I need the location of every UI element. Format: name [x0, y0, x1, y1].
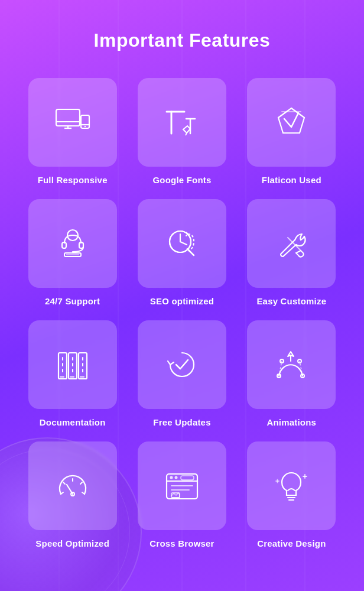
svg-rect-5 — [56, 109, 80, 126]
feature-support: 24/7 Support — [24, 199, 121, 306]
animations-icon-box — [247, 320, 336, 409]
flaticon-icon — [270, 101, 313, 144]
support-icon — [51, 222, 94, 265]
page-title: Important Features — [24, 30, 340, 51]
google-fonts-icon-box — [138, 78, 226, 167]
feature-seo: SEO optimized — [133, 199, 230, 306]
support-label: 24/7 Support — [45, 296, 100, 306]
design-icon-box — [247, 441, 336, 530]
seo-label: SEO optimized — [150, 296, 214, 306]
speed-icon — [51, 465, 94, 507]
svg-line-56 — [80, 482, 82, 484]
speed-label: Speed Optimized — [35, 538, 109, 548]
svg-rect-43 — [60, 376, 64, 378]
full-responsive-icon-box — [28, 78, 117, 167]
feature-browser: Cross Browser — [133, 441, 230, 548]
svg-line-27 — [180, 242, 187, 245]
support-icon-box — [28, 199, 117, 288]
animations-icon — [270, 343, 313, 386]
feature-design: Creative Design — [243, 441, 340, 548]
full-responsive-label: Full Responsive — [38, 175, 108, 185]
feature-customize: Easy Customize — [243, 199, 340, 306]
fonts-icon — [161, 101, 203, 144]
svg-rect-64 — [181, 476, 194, 480]
design-label: Creative Design — [257, 538, 326, 548]
google-fonts-label: Google Fonts — [152, 175, 211, 185]
feature-updates: Free Updates — [133, 320, 230, 427]
browser-icon — [161, 465, 203, 507]
docs-icon-box — [28, 320, 117, 409]
flaticon-icon-box — [247, 78, 336, 167]
feature-flaticon: Flaticon Used — [243, 78, 340, 185]
customize-icon — [270, 222, 313, 265]
seo-icon-box — [138, 199, 226, 288]
updates-icon-box — [138, 320, 226, 409]
speed-icon-box — [28, 441, 117, 530]
svg-rect-44 — [70, 376, 74, 378]
svg-rect-45 — [80, 376, 84, 378]
svg-line-53 — [61, 492, 63, 494]
feature-full-responsive: Full Responsive — [24, 78, 121, 185]
svg-point-62 — [170, 476, 173, 479]
svg-line-30 — [288, 238, 301, 251]
design-icon — [270, 465, 313, 507]
feature-docs: Documentation — [24, 320, 121, 427]
feature-google-fonts: Google Fonts — [133, 78, 230, 185]
feature-speed: Speed Optimized — [24, 441, 121, 548]
updates-icon — [161, 343, 203, 386]
browser-icon-box — [138, 441, 226, 530]
responsive-icon — [51, 101, 94, 144]
svg-line-28 — [187, 249, 194, 255]
customize-label: Easy Customize — [256, 296, 326, 306]
docs-label: Documentation — [40, 417, 106, 427]
feature-animations: Animations — [243, 320, 340, 427]
svg-point-63 — [174, 476, 177, 479]
customize-icon-box — [247, 199, 336, 288]
svg-line-57 — [82, 492, 84, 494]
flaticon-label: Flaticon Used — [262, 175, 321, 185]
svg-point-12 — [84, 126, 85, 127]
animations-label: Animations — [266, 417, 316, 427]
seo-icon — [161, 222, 203, 265]
svg-line-17 — [186, 133, 187, 135]
browser-label: Cross Browser — [150, 538, 214, 548]
svg-line-54 — [63, 482, 65, 484]
updates-label: Free Updates — [153, 417, 210, 427]
features-grid: Full Responsive Google Fonts — [24, 78, 340, 548]
docs-icon — [51, 343, 94, 386]
